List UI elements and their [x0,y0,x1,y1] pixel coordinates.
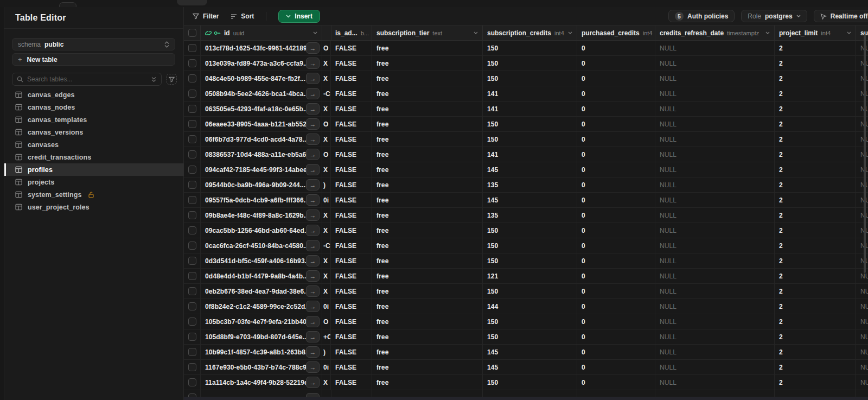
expand-row-button[interactable]: → [306,73,320,84]
row-select-cell[interactable] [184,117,201,131]
clipped-column-cell[interactable]: X [322,375,331,390]
subscription-credits-cell[interactable]: 150 [483,329,577,344]
purchased-credits-cell[interactable]: 0 [577,299,655,314]
subscription-tier-cell[interactable]: free [372,329,483,344]
select-all-checkbox[interactable] [188,29,196,37]
credits-refresh-date-cell[interactable]: NULL [655,223,775,238]
clipped-last-cell[interactable]: NULL [856,177,868,192]
column-header-hidden[interactable] [322,26,331,40]
row-checkbox[interactable] [188,333,196,341]
row-checkbox[interactable] [188,181,196,189]
clipped-column-cell[interactable]: -C [322,86,331,101]
clipped-last-cell[interactable]: NULL [856,329,868,344]
subscription-tier-cell[interactable]: free [372,132,483,147]
id-cell[interactable]: 1167e930-e5b0-43b7-b74c-788c9... → [201,360,322,374]
credits-refresh-date-cell[interactable]: NULL [655,177,775,192]
row-select-cell[interactable] [184,238,201,253]
is-admin-cell[interactable]: FALSE [331,86,372,101]
sidebar-table-item[interactable]: credit_transactions [4,151,184,163]
project-limit-cell[interactable]: 2 [775,132,856,147]
id-cell[interactable]: 09557f5a-0dcb-4cb9-a6fb-fff366... → [201,193,322,207]
project-limit-cell[interactable]: 2 [775,238,856,253]
project-limit-cell[interactable]: 2 [775,269,856,283]
subscription-tier-cell[interactable]: free [372,41,483,55]
id-cell[interactable]: 105bc3b7-03fe-4e7f-9efa-21bb40... → [201,314,322,329]
purchased-credits-cell[interactable]: 0 [577,284,655,299]
is-admin-cell[interactable]: FALSE [331,71,372,86]
new-table-button[interactable]: + New table [12,53,175,66]
subscription-credits-cell[interactable]: 150 [483,238,577,253]
project-limit-cell[interactable]: 2 [775,360,856,374]
search-tables-input[interactable] [27,75,147,83]
row-select-cell[interactable] [184,299,201,314]
table-list-filter-button[interactable] [166,74,177,85]
id-cell[interactable]: 11a114cb-1a4c-49f4-9b28-52219ec... → [201,375,322,390]
column-header-clipped[interactable]: su [856,26,868,40]
expand-row-button[interactable]: → [306,134,320,145]
expand-row-button[interactable]: → [306,58,320,69]
row-checkbox[interactable] [188,150,196,158]
expand-row-button[interactable]: → [306,88,320,99]
project-limit-cell[interactable]: 2 [775,299,856,314]
row-checkbox[interactable] [188,90,196,98]
is-admin-cell[interactable]: FALSE [331,269,372,283]
row-checkbox[interactable] [188,44,196,52]
subscription-tier-cell[interactable]: free [372,223,483,238]
project-limit-cell[interactable]: 2 [775,193,856,207]
is-admin-cell[interactable]: FALSE [331,284,372,299]
realtime-toggle-button[interactable]: Realtime off [814,10,868,22]
row-select-cell[interactable] [184,345,201,359]
subscription-tier-cell[interactable]: free [372,345,483,359]
project-limit-cell[interactable]: 2 [775,147,856,162]
project-limit-cell[interactable]: 2 [775,314,856,329]
id-cell[interactable]: 013e039a-fd89-473a-a3c6-ccfa9... → [201,56,322,71]
project-limit-cell[interactable]: 2 [775,329,856,344]
credits-refresh-date-cell[interactable]: NULL [655,193,775,207]
row-select-cell[interactable] [184,162,201,177]
clipped-column-cell[interactable]: X [322,223,331,238]
subscription-tier-cell[interactable]: free [372,208,483,223]
expand-row-button[interactable]: → [306,346,320,358]
clipped-column-cell[interactable]: O [322,147,331,162]
clipped-column-cell[interactable]: X [322,269,331,283]
clipped-column-cell[interactable]: -C [322,238,331,253]
id-cell[interactable]: 0eb2b676-38ed-4ea7-9dad-38e6... → [201,284,322,299]
row-select-cell[interactable] [184,71,201,86]
subscription-credits-cell[interactable]: 141 [483,101,577,116]
is-admin-cell[interactable]: FALSE [331,253,372,268]
id-cell[interactable]: 063505e5-4293-4faf-a18c-0e65b... → [201,101,322,116]
sidebar-table-item[interactable]: projects [4,176,184,188]
row-checkbox[interactable] [188,378,196,386]
credits-refresh-date-cell[interactable]: NULL [655,299,775,314]
row-checkbox[interactable] [188,74,196,82]
subscription-credits-cell[interactable]: 150 [483,117,577,131]
clipped-last-cell[interactable]: NULL [856,223,868,238]
row-checkbox[interactable] [188,318,196,326]
subscription-tier-cell[interactable]: free [372,177,483,192]
subscription-tier-cell[interactable]: free [372,162,483,177]
purchased-credits-cell[interactable]: 0 [577,329,655,344]
credits-refresh-date-cell[interactable]: NULL [655,147,775,162]
purchased-credits-cell[interactable]: 0 [577,375,655,390]
subscription-credits-cell[interactable]: 150 [483,253,577,268]
clipped-column-cell[interactable]: ) [322,177,331,192]
schema-select[interactable]: schema public [12,38,175,50]
clipped-last-cell[interactable]: NULL [856,345,868,359]
clipped-column-cell[interactable]: 0i [322,360,331,374]
subscription-tier-cell[interactable]: free [372,253,483,268]
id-cell[interactable]: 06eaee33-8905-4aaa-b121-ab552... → [201,117,322,131]
project-limit-cell[interactable]: 2 [775,253,856,268]
sidebar-table-item[interactable]: user_project_roles [4,201,184,213]
row-select-cell[interactable] [184,269,201,283]
credits-refresh-date-cell[interactable]: NULL [655,41,775,55]
clipped-last-cell[interactable]: NULL [856,314,868,329]
sidebar-table-item[interactable]: canvas_nodes [4,101,184,113]
subscription-credits-cell[interactable]: 150 [483,56,577,71]
expand-row-button[interactable]: → [306,42,320,54]
purchased-credits-cell[interactable]: 0 [577,147,655,162]
column-header-subscription-tier[interactable]: subscription_tier text [372,26,483,40]
subscription-credits-cell[interactable]: 145 [483,193,577,207]
select-all-cell[interactable] [184,26,201,40]
row-checkbox[interactable] [188,226,196,234]
row-select-cell[interactable] [184,177,201,192]
